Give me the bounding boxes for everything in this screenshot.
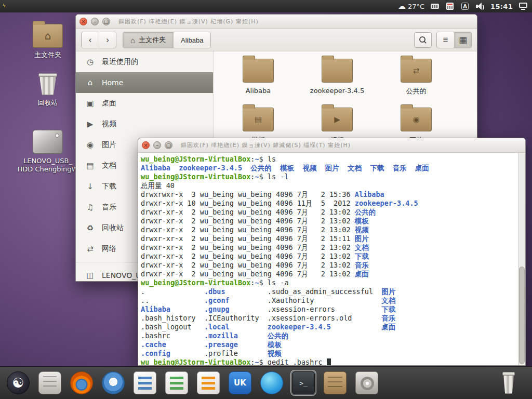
youker-assistant-icon xyxy=(260,371,283,394)
folder-icon: ⇄ xyxy=(401,59,432,83)
terminal-text: $ ls xyxy=(259,155,276,163)
terminal-text: wu_being@JStorm-VirtualBox xyxy=(141,358,250,365)
sidebar-item-label: Home xyxy=(102,78,123,87)
dock-item-ubuntu-kylin[interactable]: ☯ xyxy=(5,370,31,396)
maximize-button[interactable]: ▢ xyxy=(102,18,110,25)
terminal-text: .cache xyxy=(141,340,166,349)
drive-icon: ◫ xyxy=(85,271,95,280)
session-menu-icon[interactable] xyxy=(518,2,528,11)
sidebar-item-desktop[interactable]: ▣桌面 xyxy=(76,93,213,114)
dock-item-terminal[interactable]: >_ xyxy=(290,370,316,396)
folder-item[interactable]: zookeeper-3.4.5 xyxy=(298,56,377,104)
terminal-text: drwxrwxr-x 3 wu_being wu_being 4096 7月 2… xyxy=(141,190,355,198)
folder-emblem-icon: ▶ xyxy=(322,108,352,131)
dock-item-libreoffice-writer[interactable] xyxy=(132,370,158,396)
file-manager-toolbar: ‹ › ⌂主文件夹Alibaba ≡ ▦ xyxy=(76,29,477,51)
trash-icon: ♻ xyxy=(85,223,95,233)
terminal-text: Alibaba xyxy=(141,164,170,172)
dock-item-libreoffice-impress[interactable] xyxy=(195,370,221,396)
folder-item[interactable]: ⇄公共的 xyxy=(377,56,456,104)
grid-view-button[interactable]: ▦ xyxy=(454,32,471,48)
libreoffice-impress-icon xyxy=(197,371,220,394)
back-button[interactable]: ‹ xyxy=(82,32,99,48)
dock-item-libreoffice-calc[interactable] xyxy=(164,370,190,396)
dock-item-youker-assistant[interactable] xyxy=(259,370,285,396)
sidebar-item-label: 图片 xyxy=(102,140,116,150)
dock-item-trash[interactable] xyxy=(496,370,522,396)
document-icon: ▤ xyxy=(85,161,95,170)
forward-button[interactable]: › xyxy=(99,32,116,48)
terminal-text: ~ xyxy=(255,155,259,163)
terminal-line: drwxr-xr-x 10 wu_being wu_being 4096 11月… xyxy=(141,199,518,208)
breadcrumb-label: 主文件夹 xyxy=(139,35,166,45)
keyboard-indicator-icon[interactable] xyxy=(430,2,440,11)
file-manager-titlebar[interactable]: × – ▢ 鏂囦欢(F) 缂栬緫(E) 鏌ョ湅(V) 杞埌(G) 甯姪(H) xyxy=(76,15,477,29)
dock-item-firefox[interactable] xyxy=(69,370,95,396)
nav-button-group: ‹ › xyxy=(81,32,116,48)
minimize-button[interactable]: – xyxy=(91,18,99,25)
list-view-button[interactable]: ≡ xyxy=(437,32,454,48)
dock-trash-slot xyxy=(496,370,522,396)
home-icon: ⌂ xyxy=(85,78,95,87)
terminal-line: drwxr-xr-x 2 wu_being wu_being 4096 7月 2… xyxy=(141,217,518,225)
close-button[interactable]: × xyxy=(142,141,150,149)
terminal-line: Alibaba .gnupg .xsession-errors 下载 xyxy=(141,305,518,314)
maximize-button[interactable]: ▢ xyxy=(165,141,172,149)
terminal-text xyxy=(384,164,392,172)
firefox-icon xyxy=(70,371,93,394)
dock-item-file-manager[interactable] xyxy=(37,370,63,396)
terminal-text: zookeeper-3.4.5 xyxy=(355,199,418,207)
sidebar-item-recent[interactable]: ◷最近使用的 xyxy=(76,51,213,72)
close-button[interactable]: × xyxy=(79,18,87,25)
scrollbar-thumb[interactable] xyxy=(519,267,525,364)
terminal-text: drwxr-xr-x 2 wu_being wu_being 4096 7月 2… xyxy=(141,270,355,278)
terminal-text: drwxr-xr-x 2 wu_being wu_being 4096 7月 2… xyxy=(141,217,355,225)
minimize-button[interactable]: – xyxy=(153,141,161,149)
scrollbar[interactable] xyxy=(518,153,525,365)
calendar-icon[interactable] xyxy=(445,2,455,11)
terminal-text xyxy=(242,164,250,172)
dock-item-disks[interactable] xyxy=(354,370,380,396)
terminal-text: 音乐 xyxy=(381,314,395,322)
folder-emblem-icon: ⇄ xyxy=(401,59,431,82)
input-method-icon[interactable] xyxy=(460,2,470,11)
music-icon: ♫ xyxy=(85,203,95,212)
terminal-text: 总用量 40 xyxy=(141,181,175,190)
dock-item-software-center[interactable]: UK xyxy=(227,370,253,396)
clock-label[interactable]: 15:41 xyxy=(490,3,513,10)
dock: ☯UK>_ xyxy=(0,366,532,399)
sidebar-item-home[interactable]: ⌂Home xyxy=(76,72,213,93)
terminal-line: drwxr-xr-x 2 wu_being wu_being 4096 7月 2… xyxy=(141,234,518,243)
sidebar-item-videos[interactable]: ▶视频 xyxy=(76,114,213,135)
sidebar-item-label: 最近使用的 xyxy=(102,57,138,66)
breadcrumb: ⌂主文件夹Alibaba xyxy=(123,32,211,48)
toolbar-right-group: ≡ ▦ xyxy=(414,32,472,48)
desktop-icon-usb-drive[interactable]: LENOVO_USB_ HDD ChengbingW xyxy=(17,130,79,174)
desktop-icon-label: 回收站 xyxy=(17,99,79,107)
terminal-titlebar[interactable]: × – ▢ 鏂囦欢(F) 缂栬緫(E) 鏌ョ湅(V) 鎼滅储(S) 缁堢(T) … xyxy=(138,138,525,153)
dock-item-chromium[interactable] xyxy=(100,370,126,396)
terminal-line: wu_being@JStorm-VirtualBox:~$ gedit .bas… xyxy=(141,358,518,365)
breadcrumb-segment-home[interactable]: ⌂主文件夹 xyxy=(123,32,173,48)
window-title: 鏂囦欢(F) 缂栬緫(E) 鏌ョ湅(V) 鎼滅储(S) 缁堢(T) 甯姪(H) xyxy=(181,141,351,149)
trash-icon xyxy=(497,371,520,394)
home-icon: ⌂ xyxy=(130,36,135,45)
terminal-text xyxy=(294,164,302,172)
dock-item-archive-manager[interactable] xyxy=(322,370,348,396)
terminal-text: .gnupg xyxy=(204,305,230,313)
sidebar-item-label: 文档 xyxy=(102,161,116,170)
desktop-icon-home-folder[interactable]: 主文件夹 xyxy=(17,24,79,59)
terminal-text: .config xyxy=(141,349,170,357)
search-button[interactable] xyxy=(414,32,432,48)
terminal-text: $ ls -l xyxy=(259,172,289,181)
volume-icon[interactable] xyxy=(475,2,485,11)
folder-item[interactable]: Alibaba xyxy=(219,56,298,104)
desktop-icon-trash[interactable]: 回收站 xyxy=(17,73,79,107)
breadcrumb-segment-folder[interactable]: Alibaba xyxy=(173,32,210,48)
weather-widget[interactable]: ☁ ϟ 27°C xyxy=(398,3,424,10)
terminal-line: wu_being@JStorm-VirtualBox:~$ ls -a xyxy=(141,278,518,287)
terminal-text xyxy=(230,323,268,331)
terminal-output[interactable]: wu_being@JStorm-VirtualBox:~$ lsAlibaba … xyxy=(138,153,518,365)
folder-icon xyxy=(322,59,353,83)
terminal-text: .dbus xyxy=(204,287,225,296)
